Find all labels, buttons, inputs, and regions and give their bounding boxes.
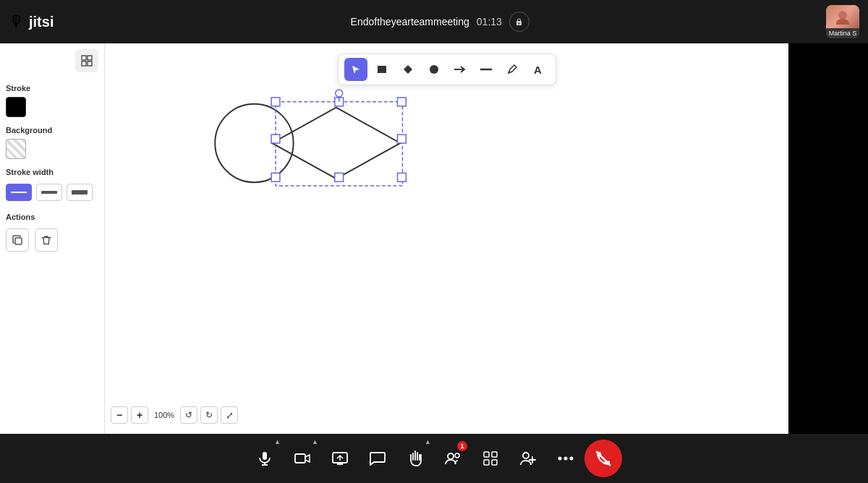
stroke-width-label: Stroke width <box>6 168 98 176</box>
svg-point-22 <box>336 90 343 97</box>
zoom-in-button[interactable]: + <box>131 406 148 424</box>
svg-rect-16 <box>398 98 407 106</box>
svg-rect-6 <box>15 238 22 244</box>
top-bar: 🎙 jitsi Endoftheyearteammeeting 01:13 Ma… <box>0 0 868 43</box>
app-title: jitsi <box>29 14 54 30</box>
drawing-canvas[interactable] <box>105 43 788 434</box>
svg-rect-21 <box>398 134 407 143</box>
redo-button[interactable]: ↻ <box>200 406 218 424</box>
svg-point-42 <box>570 457 574 461</box>
svg-rect-2 <box>82 56 86 60</box>
avatar[interactable]: Martina S <box>826 5 859 38</box>
stroke-thin-button[interactable] <box>6 184 32 201</box>
screenshare-button[interactable] <box>321 440 359 477</box>
shape-library-button[interactable] <box>75 49 98 72</box>
svg-marker-12 <box>272 108 400 179</box>
hand-chevron-icon: ▲ <box>425 438 431 445</box>
svg-rect-17 <box>271 173 280 181</box>
svg-rect-24 <box>263 452 267 460</box>
svg-rect-4 <box>82 61 86 66</box>
svg-rect-33 <box>484 452 489 457</box>
canvas-area[interactable]: A − + 1 <box>105 43 788 434</box>
svg-rect-14 <box>271 98 280 106</box>
participants-button[interactable]: 1 <box>434 440 472 477</box>
copy-button[interactable] <box>6 228 29 252</box>
svg-point-11 <box>215 104 293 182</box>
undo-button[interactable]: ↺ <box>180 406 197 424</box>
svg-rect-5 <box>88 61 92 66</box>
sidebar: Stroke Background Stroke width Actions <box>0 43 105 434</box>
participants-badge: 1 <box>457 441 467 451</box>
svg-rect-34 <box>492 452 497 457</box>
svg-point-37 <box>523 453 529 458</box>
background-color-swatch[interactable] <box>6 139 26 159</box>
svg-point-1 <box>836 19 849 25</box>
raise-hand-button[interactable]: ▲ <box>396 440 434 477</box>
end-call-button[interactable] <box>584 440 622 477</box>
svg-point-41 <box>564 457 568 461</box>
meeting-info: Endoftheyearteammeeting 01:13 <box>351 12 529 32</box>
meeting-name: Endoftheyearteammeeting <box>351 16 469 27</box>
mic-chevron-icon: ▲ <box>274 438 281 445</box>
grid-button[interactable] <box>472 440 509 477</box>
svg-point-31 <box>448 453 454 459</box>
svg-rect-19 <box>398 173 407 181</box>
add-participant-button[interactable] <box>509 440 547 477</box>
mic-button[interactable]: ▲ <box>246 440 284 477</box>
actions-controls <box>6 228 98 252</box>
camera-chevron-icon: ▲ <box>312 438 318 445</box>
svg-rect-35 <box>484 460 489 465</box>
bottom-bar: ▲ ▲ ▲ 1 <box>0 434 868 483</box>
actions-label: Actions <box>6 213 98 221</box>
jitsi-logo-icon: 🎙 <box>9 12 25 31</box>
svg-point-32 <box>455 453 459 458</box>
user-name: Martina S <box>826 28 859 38</box>
svg-point-40 <box>558 457 562 461</box>
stroke-label: Stroke <box>6 84 98 93</box>
main-area: Stroke Background Stroke width Actions <box>0 43 868 434</box>
secure-icon[interactable] <box>509 12 529 32</box>
svg-rect-18 <box>335 173 344 181</box>
background-label: Background <box>6 126 98 134</box>
zoom-controls: − + 100% ↺ ↻ ⤢ <box>111 406 238 424</box>
more-button[interactable] <box>547 440 584 477</box>
logo-area: 🎙 jitsi <box>9 12 54 31</box>
stroke-thick-button[interactable] <box>67 184 93 201</box>
fit-button[interactable]: ⤢ <box>221 406 238 424</box>
svg-rect-36 <box>492 460 497 465</box>
zoom-level: 100% <box>151 411 177 419</box>
svg-point-0 <box>838 11 847 20</box>
svg-rect-3 <box>88 56 92 60</box>
delete-button[interactable] <box>35 228 58 252</box>
camera-button[interactable]: ▲ <box>284 440 321 477</box>
chat-button[interactable] <box>359 440 396 477</box>
zoom-out-button[interactable]: − <box>111 406 128 424</box>
stroke-color-swatch[interactable] <box>6 97 26 117</box>
svg-rect-27 <box>295 454 305 463</box>
meeting-timer: 01:13 <box>477 16 502 27</box>
svg-rect-20 <box>271 134 280 143</box>
right-panel <box>788 43 868 434</box>
stroke-width-controls <box>6 184 98 201</box>
stroke-medium-button[interactable] <box>36 184 62 201</box>
